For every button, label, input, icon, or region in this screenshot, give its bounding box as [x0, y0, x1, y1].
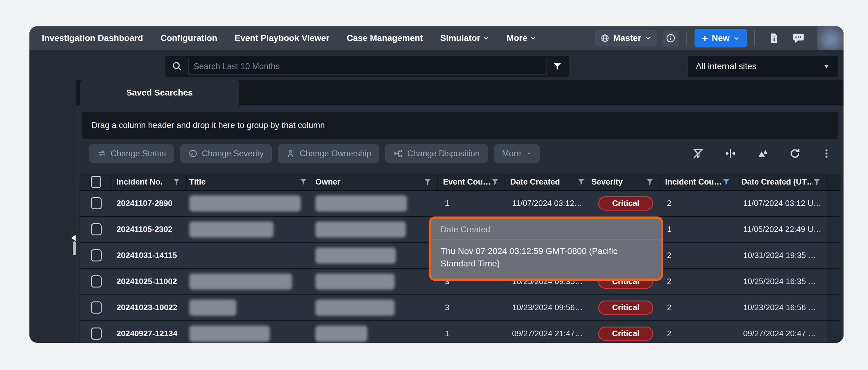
incident-count-cell: 2 [660, 321, 736, 343]
date-created-tooltip: Date Created Thu Nov 07 2024 03:12:59 GM… [429, 217, 663, 281]
column-filter-icon[interactable] [299, 178, 307, 186]
column-filter-icon[interactable] [577, 178, 585, 186]
redacted-owner [315, 195, 407, 211]
panel-collapse-arrow[interactable] [71, 235, 75, 241]
change-disposition-button[interactable]: Change Disposition [385, 144, 488, 163]
column-label: Incident No. [117, 177, 173, 187]
nav-item-event-playbook-viewer[interactable]: Event Playbook Viewer [235, 33, 329, 43]
chevron-down-icon [530, 35, 536, 41]
page: Investigation DashboardConfigurationEven… [0, 0, 868, 370]
new-label: New [712, 33, 730, 43]
row-gutter [827, 191, 841, 216]
column-header-event[interactable]: Event Cou… [438, 174, 505, 190]
dropdown-arrow-icon [823, 63, 830, 70]
table-row[interactable]: 20241023-10022310/23/2024 09:56…Critical… [80, 295, 840, 321]
severity-badge: Critical [598, 301, 653, 315]
incident-count-cell: 2 [660, 269, 736, 294]
select-all-checkbox[interactable] [91, 176, 101, 188]
status-sync-icon [97, 149, 106, 158]
incident-no-cell: 20241105-2302 [112, 217, 187, 242]
nav-item-more[interactable]: More [506, 33, 536, 43]
filter-off-icon[interactable] [692, 148, 704, 160]
refresh-icon[interactable] [789, 148, 801, 160]
column-filter-icon[interactable] [722, 178, 730, 186]
column-header-icount[interactable]: Incident Cou… [660, 174, 736, 190]
row-checkbox[interactable] [91, 197, 102, 209]
row-checkbox[interactable] [91, 249, 102, 261]
column-filter-icon[interactable] [173, 178, 181, 186]
column-header-utc[interactable]: Date Created (UT… [736, 174, 827, 190]
row-checkbox-cell [80, 295, 112, 320]
nav-item-case-management[interactable]: Case Management [347, 33, 423, 43]
row-gutter [827, 217, 841, 242]
person-icon [286, 149, 295, 158]
column-filter-icon[interactable] [813, 178, 821, 186]
new-button[interactable]: + New [694, 29, 747, 48]
column-header-title[interactable]: Title [187, 174, 313, 190]
search-filter-icon[interactable] [553, 62, 562, 71]
nav-item-label: Case Management [347, 33, 423, 43]
user-avatar[interactable] [817, 26, 843, 50]
column-resize-icon[interactable] [724, 148, 736, 160]
change-ownership-button[interactable]: Change Ownership [278, 144, 379, 163]
search-input[interactable] [188, 58, 547, 75]
redacted-title [189, 222, 274, 237]
nav-item-investigation-dashboard[interactable]: Investigation Dashboard [42, 33, 143, 43]
title-cell [187, 321, 313, 343]
kebab-menu-icon[interactable] [821, 148, 832, 159]
release-notes-icon[interactable] [768, 33, 779, 44]
nav-item-configuration[interactable]: Configuration [160, 33, 217, 43]
change-status-button[interactable]: Change Status [89, 144, 174, 163]
column-header-sev[interactable]: Severity [591, 174, 660, 190]
date-created-cell: 10/23/2024 09:56… [505, 295, 591, 320]
column-label: Incident Cou… [665, 177, 722, 187]
redacted-owner [315, 274, 395, 290]
vertical-scrollbar-thumb[interactable] [73, 241, 76, 255]
column-filter-icon[interactable] [646, 178, 654, 186]
table-row[interactable]: 20241107-2890111/07/2024 03:12…Critical2… [80, 191, 840, 217]
master-label: Master [613, 33, 641, 43]
column-label: Date Created (UT… [741, 177, 813, 187]
redacted-title [189, 274, 292, 290]
sites-dropdown[interactable]: All internal sites [688, 56, 838, 77]
owner-cell [313, 191, 438, 216]
severity-cell: Critical [591, 191, 660, 216]
group-by-dropzone[interactable]: Drag a column header and drop it here to… [82, 112, 838, 139]
incident-count-cell: 2 [660, 243, 736, 268]
column-filter-icon[interactable] [491, 178, 499, 186]
more-actions-button[interactable]: More [494, 144, 540, 163]
row-checkbox[interactable] [91, 276, 102, 287]
owner-cell [313, 269, 438, 294]
chat-feedback-icon[interactable] [792, 32, 805, 44]
row-checkbox[interactable] [91, 302, 102, 314]
row-checkbox-cell [80, 321, 112, 343]
nav-item-label: Investigation Dashboard [42, 33, 143, 43]
nav-item-label: Simulator [440, 33, 480, 43]
column-header-date[interactable]: Date Created [505, 174, 591, 190]
nav-item-label: Event Playbook Viewer [235, 33, 329, 43]
nav-right-cluster: Master + New [595, 26, 843, 50]
column-header-inc[interactable]: Incident No. [112, 174, 187, 190]
more-label: More [502, 149, 521, 159]
info-button[interactable] [662, 30, 679, 47]
row-checkbox-cell [80, 243, 112, 268]
column-label: Date Created [510, 177, 577, 187]
owner-cell [313, 243, 438, 268]
row-checkbox[interactable] [91, 223, 102, 235]
tab-saved-searches[interactable]: Saved Searches [80, 80, 239, 106]
nav-item-simulator[interactable]: Simulator [440, 33, 489, 43]
header-gutter [827, 174, 841, 190]
owner-cell [313, 321, 438, 343]
column-label: Owner [315, 177, 424, 187]
main-panel: Saved Searches Drag a column header and … [76, 80, 843, 343]
change-severity-button[interactable]: Change Severity [180, 144, 272, 163]
row-checkbox[interactable] [91, 328, 102, 340]
master-branch-dropdown[interactable]: Master [595, 30, 656, 46]
column-header-owner[interactable]: Owner [313, 174, 438, 190]
sites-dropdown-value: All internal sites [696, 61, 756, 71]
column-filter-icon[interactable] [424, 178, 432, 186]
row-gutter [827, 243, 841, 268]
table-row[interactable]: 20240927-12134109/27/2024 21:47…Critical… [80, 321, 840, 343]
autosize-columns-icon[interactable] [757, 148, 769, 160]
incident-no-cell: 20241025-11002 [112, 269, 187, 294]
